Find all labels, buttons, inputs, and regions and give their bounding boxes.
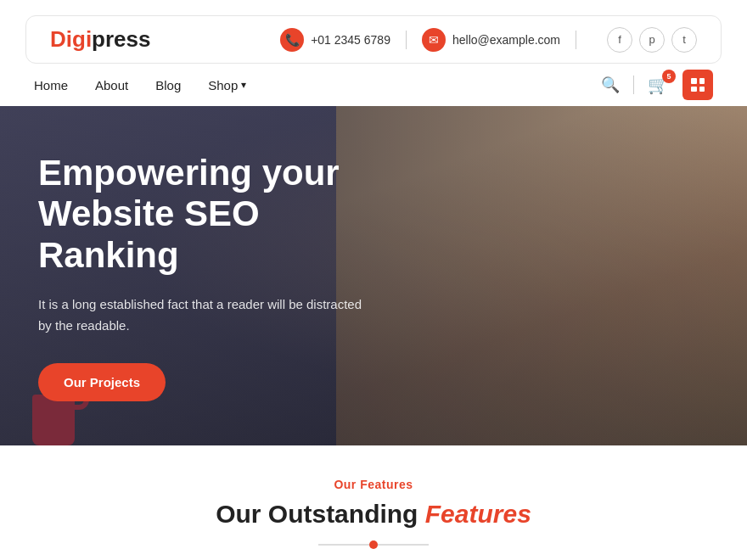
hero-content: Empowering your Website SEO Ranking It i… (0, 106, 411, 445)
grid-icon (691, 78, 705, 92)
hero-title: Empowering your Website SEO Ranking (38, 153, 373, 276)
features-title: Our Outstanding Features (34, 500, 713, 529)
underline-right (378, 544, 429, 546)
phone-contact: 📞 +01 2345 6789 (280, 28, 390, 52)
email-address: hello@example.com (452, 33, 560, 47)
main-nav: Home About Blog Shop 🔍 🛒 5 (0, 64, 747, 106)
search-button[interactable]: 🔍 (601, 76, 620, 94)
features-underline (34, 540, 713, 549)
social-divider (576, 31, 576, 49)
grid-menu-button[interactable] (682, 70, 713, 100)
hero-description: It is a long established fact that a rea… (38, 294, 373, 337)
nav-right-divider (633, 76, 634, 94)
nav-home[interactable]: Home (34, 78, 68, 92)
hero-cta-button[interactable]: Our Projects (38, 363, 166, 401)
logo[interactable]: Digipress (50, 26, 151, 53)
twitter-icon[interactable]: t (671, 27, 697, 53)
contact-divider (406, 31, 407, 49)
features-section: Our Features Our Outstanding Features (0, 445, 747, 560)
cart-button[interactable]: 🛒 5 (648, 75, 669, 95)
features-title-part2: Features (425, 500, 531, 528)
features-title-part1: Our Outstanding (216, 500, 418, 528)
hero-section: Empowering your Website SEO Ranking It i… (0, 106, 747, 445)
features-label: Our Features (34, 478, 713, 491)
nav-right: 🔍 🛒 5 (601, 70, 713, 100)
nav-about[interactable]: About (95, 78, 128, 92)
pinterest-icon[interactable]: p (639, 27, 665, 53)
nav-links: Home About Blog Shop (34, 78, 601, 92)
logo-press: press (92, 26, 150, 52)
hero-title-line2: Website SEO Ranking (38, 193, 260, 274)
email-icon: ✉ (422, 28, 446, 52)
phone-icon: 📞 (280, 28, 304, 52)
cart-badge: 5 (662, 70, 676, 83)
facebook-icon[interactable]: f (607, 27, 632, 53)
logo-digi: Digi (50, 26, 92, 52)
email-contact: ✉ hello@example.com (422, 28, 560, 52)
social-icons: f p t (607, 27, 697, 53)
underline-dot (369, 540, 378, 549)
underline-left (318, 544, 369, 546)
top-bar: Digipress 📞 +01 2345 6789 ✉ hello@exampl… (25, 15, 722, 64)
nav-shop[interactable]: Shop (208, 78, 246, 92)
hero-title-line1: Empowering your (38, 153, 340, 193)
nav-blog[interactable]: Blog (155, 78, 181, 92)
phone-number: +01 2345 6789 (311, 33, 390, 47)
